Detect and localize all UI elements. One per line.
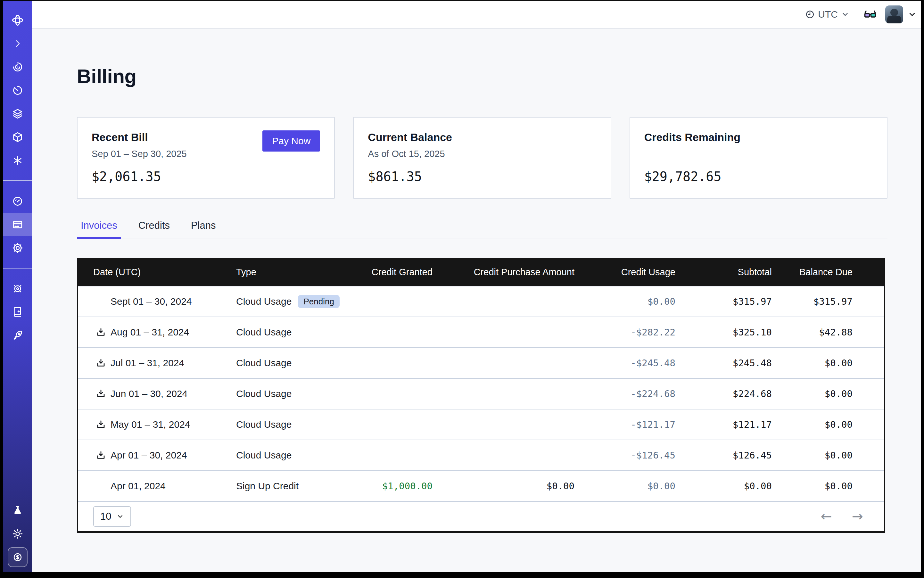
- card-title: Current Balance: [368, 131, 596, 143]
- sidebar-item-settings[interactable]: [3, 236, 32, 260]
- invoice-date: Apr 01 – 30, 2024: [110, 450, 187, 461]
- balance-due-value: $0.00: [772, 357, 884, 369]
- invoice-date: Aug 01 – 31, 2024: [110, 327, 189, 338]
- download-icon: [96, 450, 106, 460]
- table-row: Sept 01 – 30, 2024 Cloud UsagePending $0…: [78, 286, 884, 317]
- tab-credits[interactable]: Credits: [135, 220, 174, 238]
- tab-invoices[interactable]: Invoices: [77, 220, 121, 238]
- credit-usage-value: $0.00: [575, 481, 676, 492]
- icon-spacer: [96, 481, 106, 491]
- invoice-date: Jul 01 – 31, 2024: [110, 357, 184, 369]
- glasses-icon: [864, 8, 877, 21]
- table-row: May 01 – 31, 2024 Cloud Usage -$121.17 $…: [78, 409, 884, 440]
- column-header-credit-purchase: Credit Purchase Amount: [432, 267, 575, 278]
- credit-granted-value: $1,000.00: [341, 481, 432, 492]
- column-header-type: Type: [232, 267, 341, 278]
- timezone-selector[interactable]: UTC: [805, 9, 849, 20]
- billing-card-icon: [12, 219, 23, 231]
- rocket-icon: [12, 330, 23, 341]
- topbar: UTC: [32, 1, 921, 29]
- download-invoice-button[interactable]: [96, 389, 106, 399]
- app-window: UTC Billing Recent B: [3, 1, 921, 572]
- table-row: Aug 01 – 31, 2024 Cloud Usage -$282.22 $…: [78, 317, 884, 347]
- avatar[interactable]: [885, 5, 903, 23]
- download-invoice-button[interactable]: [96, 358, 106, 368]
- invoice-date: May 01 – 31, 2024: [110, 419, 190, 430]
- credit-usage-value: -$224.68: [575, 388, 676, 399]
- previous-page-button[interactable]: ←: [821, 510, 832, 523]
- balance-due-value: $42.88: [772, 327, 884, 338]
- timezone-label: UTC: [818, 9, 838, 20]
- invoice-type: Cloud Usage: [236, 388, 292, 399]
- credits-button: [8, 547, 28, 567]
- invoice-date: Sept 01 – 30, 2024: [110, 296, 192, 307]
- status-badge: Pending: [298, 295, 339, 308]
- sidebar-item-layers[interactable]: [3, 102, 32, 125]
- table-header-row: Date (UTC) Type Credit Granted Credit Pu…: [78, 258, 884, 286]
- icon-spacer: [96, 296, 106, 307]
- page-size-select[interactable]: 10: [93, 506, 131, 527]
- sidebar-item-history[interactable]: [3, 78, 32, 102]
- sidebar-item-cube[interactable]: [3, 125, 32, 149]
- sidebar-item-expand[interactable]: [3, 32, 32, 55]
- table-row: Apr 01 – 30, 2024 Cloud Usage -$126.45 $…: [78, 440, 884, 470]
- gauge-icon: [12, 195, 23, 207]
- reader-mode-button[interactable]: [864, 8, 877, 21]
- card-subtitle: As of Oct 15, 2025: [368, 149, 596, 159]
- sidebar-item-observe[interactable]: [3, 55, 32, 78]
- credit-usage-value: -$245.48: [575, 357, 676, 369]
- billing-page: Billing Recent Bill Sep 01 – Sep 30, 202…: [32, 29, 921, 572]
- tab-plans[interactable]: Plans: [187, 220, 220, 238]
- sidebar: [3, 1, 32, 572]
- pay-now-button[interactable]: Pay Now: [262, 130, 320, 151]
- main-area: UTC Billing Recent B: [32, 1, 921, 572]
- card-title: Credits Remaining: [644, 131, 873, 143]
- table-footer: 10 ← →: [78, 501, 884, 531]
- balance-due-value: $315.97: [772, 296, 884, 307]
- sidebar-divider: [3, 268, 32, 268]
- table-row: Jul 01 – 31, 2024 Cloud Usage -$245.48 $…: [78, 347, 884, 378]
- chevron-right-icon: [13, 39, 23, 49]
- page-size-value: 10: [100, 511, 111, 522]
- chevron-down-icon: [841, 10, 849, 19]
- dollar-badge-icon: [12, 552, 23, 563]
- pagination: ← →: [821, 510, 863, 523]
- credit-usage-value: -$126.45: [575, 450, 676, 461]
- sidebar-item-usage[interactable]: [3, 189, 32, 213]
- invoice-date: Jun 01 – 30, 2024: [110, 388, 187, 399]
- download-invoice-button[interactable]: [96, 450, 106, 460]
- clock-icon: [805, 10, 815, 19]
- sidebar-item-asterisk[interactable]: [3, 149, 32, 172]
- sidebar-divider: [3, 180, 32, 181]
- balance-due-value: $0.00: [772, 450, 884, 461]
- subtotal-value: $245.48: [676, 357, 772, 369]
- download-invoice-button[interactable]: [96, 419, 106, 430]
- sidebar-item-credits[interactable]: [3, 546, 32, 569]
- book-sparkle-icon: [12, 306, 23, 318]
- sidebar-item-helm[interactable]: [3, 277, 32, 300]
- billing-tabs: Invoices Credits Plans: [77, 220, 887, 239]
- invoice-type: Cloud Usage: [236, 296, 292, 307]
- current-balance-card: Current Balance As of Oct 15, 2025 $861.…: [353, 117, 611, 199]
- invoice-type: Cloud Usage: [236, 327, 292, 338]
- subtotal-value: $315.97: [676, 296, 772, 307]
- sidebar-item-docs[interactable]: [3, 300, 32, 324]
- next-page-button[interactable]: →: [852, 510, 863, 523]
- app-logo[interactable]: [3, 8, 32, 32]
- credit-purchase-value: $0.00: [432, 481, 575, 492]
- invoice-type: Sign Up Credit: [236, 481, 299, 492]
- invoice-type: Cloud Usage: [236, 450, 292, 461]
- credit-usage-value: -$282.22: [575, 327, 676, 338]
- invoice-date: Apr 01, 2024: [110, 481, 166, 492]
- sidebar-item-labs[interactable]: [3, 498, 32, 522]
- column-header-balance-due: Balance Due: [772, 267, 884, 278]
- subtotal-value: $121.17: [676, 419, 772, 430]
- account-menu-button[interactable]: [908, 10, 917, 19]
- orbit-logo-icon: [11, 14, 24, 27]
- sidebar-item-theme[interactable]: [3, 522, 32, 546]
- download-invoice-button[interactable]: [96, 327, 106, 338]
- sun-icon: [12, 528, 23, 539]
- sidebar-item-launch[interactable]: [3, 324, 32, 347]
- sidebar-item-billing[interactable]: [3, 213, 32, 236]
- table-row: Apr 01, 2024 Sign Up Credit $1,000.00 $0…: [78, 470, 884, 501]
